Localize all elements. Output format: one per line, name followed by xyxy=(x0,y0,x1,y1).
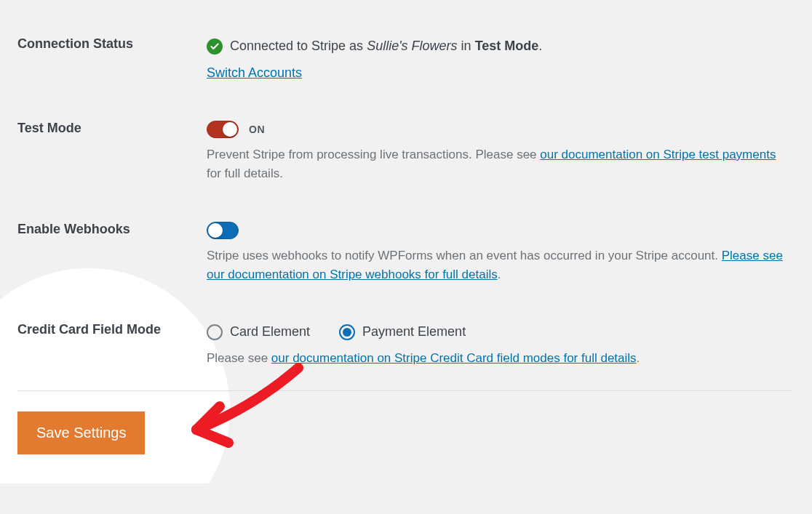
separator xyxy=(17,390,792,391)
card-mode-docs-link[interactable]: our documentation on Stripe Credit Card … xyxy=(271,351,637,365)
switch-accounts-link[interactable]: Switch Accounts xyxy=(207,63,302,83)
card-mode-row: Credit Card Field Mode Card Element Paym… xyxy=(17,306,792,381)
check-circle-icon xyxy=(207,39,223,55)
test-mode-state: ON xyxy=(249,122,265,137)
test-mode-docs-link[interactable]: our documentation on Stripe test payment… xyxy=(540,148,776,161)
webhooks-label: Enable Webhooks xyxy=(17,222,207,237)
connection-status-text: Connected to Stripe as Sullie's Flowers … xyxy=(230,36,542,56)
card-mode-label: Credit Card Field Mode xyxy=(17,322,207,337)
test-mode-toggle[interactable] xyxy=(207,121,239,138)
webhooks-row: Enable Webhooks Stripe uses webhooks to … xyxy=(17,206,792,307)
test-mode-label: Test Mode xyxy=(17,121,207,136)
payment-element-radio[interactable]: Payment Element xyxy=(339,322,466,342)
save-settings-button[interactable]: Save Settings xyxy=(17,411,145,454)
card-element-radio[interactable]: Card Element xyxy=(207,322,310,342)
connection-status-row: Connection Status Connected to Stripe as… xyxy=(17,20,792,105)
radio-checked-icon xyxy=(339,324,355,340)
webhooks-toggle[interactable] xyxy=(207,222,239,239)
connection-status-label: Connection Status xyxy=(17,36,207,52)
card-mode-help: Please see our documentation on Stripe C… xyxy=(207,349,792,368)
test-mode-help: Prevent Stripe from processing live tran… xyxy=(207,145,792,184)
radio-icon xyxy=(207,324,223,340)
connection-status-value: Connected to Stripe as Sullie's Flowers … xyxy=(207,36,792,56)
webhooks-help: Stripe uses webhooks to notify WPForms w… xyxy=(207,246,792,285)
test-mode-row: Test Mode ON Prevent Stripe from process… xyxy=(17,105,792,206)
